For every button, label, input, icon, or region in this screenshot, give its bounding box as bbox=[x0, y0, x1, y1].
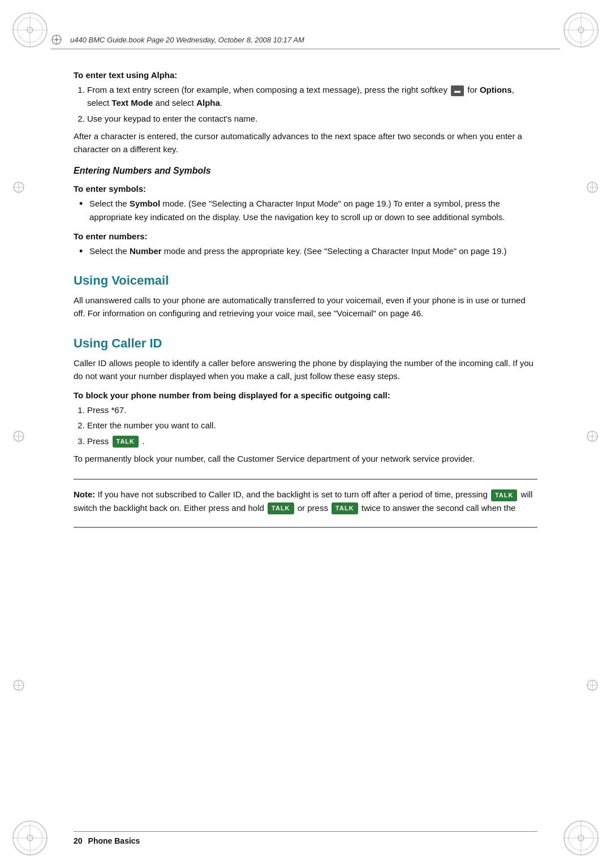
enter-numbers-list: Select the Number mode and press the app… bbox=[79, 244, 537, 257]
enter-text-alpha-steps: From a text entry screen (for example, w… bbox=[87, 83, 537, 125]
corner-tl-decoration bbox=[10, 10, 50, 50]
side-marker-left-top bbox=[12, 181, 25, 194]
page-wrapper: u440 BMC Guide.book Page 20 Wednesday, O… bbox=[0, 0, 611, 868]
enter-text-alpha-heading: To enter text using Alpha: bbox=[74, 70, 537, 80]
note-box: Note: If you have not subscribed to Call… bbox=[74, 479, 537, 528]
corner-br-decoration bbox=[561, 818, 601, 858]
block-step-1: Press *67. bbox=[87, 403, 537, 416]
block-after-steps: To permanently block your number, call t… bbox=[74, 452, 537, 465]
caller-id-body: Caller ID allows people to identify a ca… bbox=[74, 356, 537, 383]
using-voicemail-heading: Using Voicemail bbox=[74, 273, 537, 288]
enter-symbols-list: Select the Symbol mode. (See "Selecting … bbox=[79, 197, 537, 224]
block-number-heading: To block your phone number from being di… bbox=[74, 390, 537, 400]
alpha-label: Alpha bbox=[196, 98, 220, 108]
step-2: Use your keypad to enter the contact's n… bbox=[87, 112, 537, 125]
note-text: Note: If you have not subscribed to Call… bbox=[74, 488, 537, 514]
side-marker-right-top bbox=[586, 181, 599, 194]
header-filename: u440 BMC Guide.book Page 20 Wednesday, O… bbox=[70, 36, 304, 44]
voicemail-body: All unanswered calls to your phone are a… bbox=[74, 294, 537, 320]
corner-bl-decoration bbox=[10, 818, 50, 858]
talk-button-note-1: TALK bbox=[491, 489, 518, 501]
talk-button-inline: TALK bbox=[113, 436, 139, 448]
side-marker-right-mid bbox=[586, 430, 599, 442]
corner-tr-decoration bbox=[561, 10, 601, 50]
step-1: From a text entry screen (for example, w… bbox=[87, 83, 537, 110]
entering-numbers-symbols-heading: Entering Numbers and Symbols bbox=[74, 166, 537, 176]
after-steps-text: After a character is entered, the cursor… bbox=[74, 130, 537, 156]
footer-section: Phone Basics bbox=[88, 836, 140, 845]
footer-page-number: 20 bbox=[74, 836, 83, 845]
block-number-steps: Press *67. Enter the number you want to … bbox=[87, 403, 537, 448]
enter-numbers-heading: To enter numbers: bbox=[74, 231, 537, 241]
options-label: Options bbox=[480, 85, 512, 94]
numbers-bullet: Select the Number mode and press the app… bbox=[79, 244, 537, 257]
block-step-3: Press TALK . bbox=[87, 435, 537, 448]
enter-symbols-heading: To enter symbols: bbox=[74, 184, 537, 194]
text-mode-label: Text Mode bbox=[111, 98, 153, 108]
talk-button-note-2: TALK bbox=[268, 502, 294, 514]
symbol-label: Symbol bbox=[130, 199, 160, 208]
symbols-bullet: Select the Symbol mode. (See "Selecting … bbox=[79, 197, 537, 224]
side-marker-left-bot bbox=[12, 679, 25, 691]
number-label: Number bbox=[130, 246, 162, 256]
side-marker-right-bot bbox=[586, 679, 599, 691]
side-marker-left-mid bbox=[12, 430, 25, 442]
note-label: Note: bbox=[74, 489, 95, 499]
header-bar: u440 BMC Guide.book Page 20 Wednesday, O… bbox=[51, 34, 560, 49]
footer: 20 Phone Basics bbox=[74, 831, 537, 845]
block-step-2: Enter the number you want to call. bbox=[87, 419, 537, 432]
svg-point-41 bbox=[55, 38, 58, 41]
softkey-button: ▬ bbox=[451, 85, 464, 96]
using-caller-id-heading: Using Caller ID bbox=[74, 336, 537, 351]
header-crosshair-icon bbox=[51, 34, 62, 45]
main-content: To enter text using Alpha: From a text e… bbox=[74, 62, 537, 817]
talk-button-note-3: TALK bbox=[332, 502, 358, 514]
